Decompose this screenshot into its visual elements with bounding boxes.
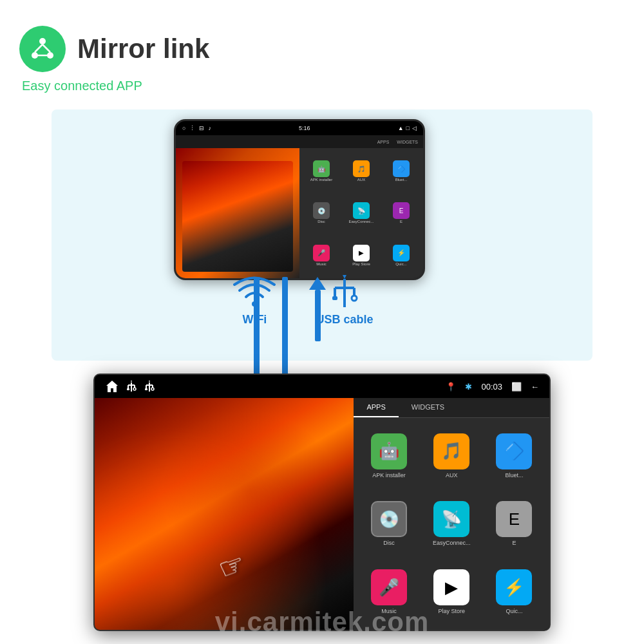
svg-marker-13 [343,275,346,279]
car-aux-label: AUX [446,472,458,478]
usb-label: USB cable [316,313,373,327]
list-item: 🤖 APK installer [359,423,419,489]
car-time: 00:03 [481,382,502,392]
usb-icon [325,274,364,309]
car-disc-label: Disc [383,540,395,546]
mirror-link-row: Mirror link [19,26,209,72]
car-e-icon[interactable]: E [496,501,532,537]
phone-content: 🤖 APK installer 🎵 AUX 🔷 Bluet... 💿 Disc … [176,148,423,278]
phone-device: ○⋮⊟♪ 5:16 ▲□◁ APPS WIDGETS 🤖 APK install… [174,119,425,280]
svg-marker-28 [149,381,150,383]
apk-label: APK installer [310,178,332,182]
phone-time: 5:16 [299,125,310,131]
usb-section: USB cable [316,274,373,327]
car-video-area: ☞ [95,398,354,630]
svg-point-27 [151,388,154,390]
usb-status-icon-1 [126,381,137,392]
car-status-left [105,379,155,393]
quic-icon: ⚡ [393,245,410,261]
car-apk-label: APK installer [372,472,406,478]
svg-rect-11 [332,296,337,300]
list-item: E E [484,491,544,557]
music-icon: 🎤 [313,245,330,261]
car-tabs: APPS WIDGETS [354,398,549,418]
car-disc-icon[interactable]: 💿 [371,501,407,537]
wifi-section: WiFi [232,274,277,327]
car-music-icon[interactable]: 🎤 [371,569,407,605]
svg-marker-14 [106,381,118,392]
car-status-bar: 📍 ✱ 00:03 ⬜ ← [95,375,549,398]
mirror-link-title: Mirror link [77,33,209,64]
phone-video-area [176,148,299,278]
tab-widgets[interactable]: WIDGETS [399,398,457,417]
header-section: Mirror link Easy connected APP [19,26,209,93]
e-app-icon: E [393,202,410,219]
car-content: ☞ APPS WIDGETS 🤖 APK installer 🎵 AUX 🔷 B… [95,398,549,630]
list-item: 🎵 AUX [342,151,381,191]
quic-label: Quic... [395,262,406,266]
mirror-link-icon [28,35,57,63]
e-label: E [400,220,402,223]
disc-icon: 💿 [313,202,330,219]
car-easyconn-label: EasyConnec... [433,540,471,546]
car-easyconn-icon[interactable]: 📡 [433,501,469,537]
svg-point-12 [352,296,357,301]
car-video-spiderman [95,398,354,630]
phone-tabs-bar: APPS WIDGETS [176,135,423,148]
music-label: Music [316,262,327,266]
car-display: 📍 ✱ 00:03 ⬜ ← ☞ APPS WIDGETS 🤖 APK in [93,374,551,631]
home-icon [105,379,119,393]
playstore-label: Play Store [352,262,370,266]
car-quic-icon[interactable]: ⚡ [496,569,532,605]
list-item: 💿 Disc [302,193,341,233]
apk-installer-icon: 🤖 [313,160,330,177]
easy-connected-subtitle: Easy connected APP [22,79,209,93]
list-item: ⚡ Quic... [382,235,421,276]
svg-rect-26 [145,388,147,390]
car-playstore-icon[interactable]: ▶ [433,569,469,605]
car-apps-grid: 🤖 APK installer 🎵 AUX 🔷 Bluet... 💿 Disc … [354,418,549,630]
list-item: 🤖 APK installer [302,151,341,191]
car-aux-icon[interactable]: 🎵 [433,433,469,469]
bluet-label: Bluet... [395,178,408,182]
bluet-icon: 🔷 [393,160,410,177]
list-item: 🔷 Bluet... [484,423,544,489]
phone-video-spiderman [182,161,294,272]
list-item: E E [382,193,421,233]
car-status-right: 📍 ✱ 00:03 ⬜ ← [446,382,539,392]
svg-point-20 [133,388,136,390]
tab-apps[interactable]: APPS [354,398,398,417]
disc-label: Disc [317,220,325,223]
mirror-link-icon-bg [19,26,66,72]
list-item: 🎵 AUX [422,423,482,489]
easyconn-label: EasyConnec... [348,220,374,223]
svg-rect-19 [127,388,129,390]
playstore-icon: ▶ [353,245,370,261]
list-item: 🔷 Bluet... [382,151,421,191]
svg-point-6 [252,301,257,307]
usb-status-icon-2 [144,381,155,392]
wifi-label: WiFi [243,313,267,327]
svg-point-0 [39,38,46,44]
easyconn-icon: 📡 [353,202,370,219]
list-item: 🎤 Music [302,235,341,276]
phone-apps-grid: 🤖 APK installer 🎵 AUX 🔷 Bluet... 💿 Disc … [299,148,423,278]
list-item: 📡 EasyConnec... [342,193,381,233]
aux-icon: 🎵 [353,160,370,177]
svg-line-3 [35,44,43,52]
connection-icons: WiFi USB cable [180,274,425,327]
car-bluet-label: Bluet... [505,472,523,478]
car-apps-area: APPS WIDGETS 🤖 APK installer 🎵 AUX 🔷 Blu… [354,398,549,630]
watermark: vi.carmitek.com [0,607,644,638]
wifi-icon [232,274,277,309]
phone-status-bar: ○⋮⊟♪ 5:16 ▲□◁ [176,121,423,135]
car-apk-icon[interactable]: 🤖 [371,433,407,469]
list-item: ▶ Play Store [342,235,381,276]
list-item: 💿 Disc [359,491,419,557]
list-item: 📡 EasyConnec... [422,491,482,557]
svg-line-4 [43,44,50,52]
car-bluet-icon[interactable]: 🔷 [496,433,532,469]
svg-marker-21 [131,381,132,383]
aux-label: AUX [357,178,365,182]
car-e-label: E [512,540,516,546]
